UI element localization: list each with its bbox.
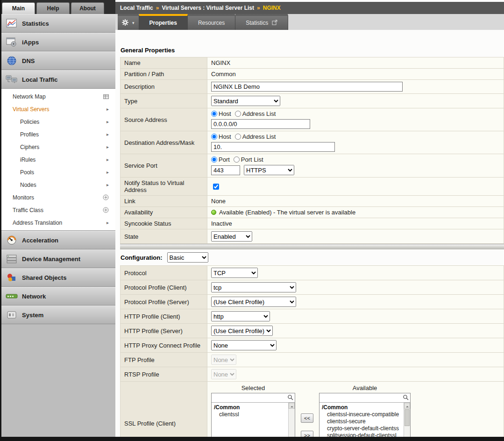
sidebar-item-monitors[interactable]: Monitors [1,191,115,204]
tab-label: Statistics [246,20,268,26]
destination-address-input[interactable] [211,142,335,152]
notify-status-checkbox[interactable] [213,184,219,190]
sidebar-item-virtual-servers[interactable]: Virtual Servers ▸ [1,103,115,115]
http-profile-server-select[interactable]: (Use Client Profile) [211,326,273,336]
sidebar-item-acceleration[interactable]: Acceleration [1,231,115,249]
move-to-available-button[interactable]: >> [301,431,313,437]
scrollbar[interactable] [288,403,295,437]
submenu-label: Policies [20,119,39,125]
available-column: Available [319,384,411,437]
http-profile-server-label: HTTP Profile (Server) [121,324,207,338]
configuration-mode-select[interactable]: Basic [167,252,208,263]
notify-status-label: Notify Status to Virtual Address [121,178,207,196]
availability-value: Available (Enabled) - The virtual server… [219,209,355,216]
protocol-select[interactable]: TCP [211,268,258,278]
http-profile-client-select[interactable]: http [211,311,270,321]
sidebar-item-nodes[interactable]: Nodes ▸ [1,178,115,191]
shared-objects-icon [5,272,18,283]
protocol-profile-server-select[interactable]: (Use Client Profile) [211,297,296,307]
description-label: Description [121,80,207,94]
submenu-label: Ciphers [20,144,39,150]
sidebar-item-label: Acceleration [22,237,58,244]
type-select[interactable]: Standard [211,96,280,106]
network-icon [5,292,18,301]
breadcrumb-middle[interactable]: Virtual Servers : Virtual Server List [162,5,254,11]
available-header: Available [319,384,411,391]
sidebar-item-device-management[interactable]: Device Management [1,249,115,268]
section-divider [120,244,504,249]
circle-plus-icon[interactable] [103,207,109,213]
list-item[interactable]: clientssl-secure [322,418,403,425]
general-properties-table: Name NGINX Partition / Path Common Descr… [120,57,504,244]
breadcrumb-root[interactable]: Local Traffic [120,5,153,11]
tab-resources[interactable]: Resources [188,14,235,30]
scroll-up-icon[interactable] [289,403,295,409]
row-partition: Partition / Path Common [121,69,504,80]
tab-help[interactable]: Help [36,2,70,14]
tab-options-gear[interactable]: ▾ [118,14,139,30]
sidebar: Statistics iApps DNS Local Traffic [1,14,115,324]
sidebar-item-network-map[interactable]: Network Map [1,90,115,103]
move-to-selected-button[interactable]: << [301,413,313,423]
sidebar-item-local-traffic[interactable]: Local Traffic [1,70,115,89]
tab-label: Resources [198,20,225,26]
state-label: State [121,229,207,244]
sidebar-item-label: Local Traffic [22,76,58,83]
sidebar-item-statistics[interactable]: Statistics [1,14,115,33]
tab-statistics[interactable]: Statistics [235,14,288,30]
row-syncookie: Syncookie Status Inactive [121,218,504,229]
service-port-select[interactable]: HTTPS [244,165,294,175]
network-map-action-icon[interactable] [103,94,109,99]
destination-address-label: Destination Address/Mask [121,131,207,154]
service-port-input[interactable] [211,165,240,175]
state-select[interactable]: Enabled [211,231,252,242]
sidebar-item-label: System [22,312,43,319]
source-address-input[interactable] [211,119,310,129]
scroll-track[interactable] [404,409,410,437]
sidebar-item-iapps[interactable]: iApps [1,33,115,51]
sidebar-item-network[interactable]: Network [1,287,115,306]
tab-about[interactable]: About [71,2,104,14]
breadcrumb-current: NGINX [263,5,281,11]
row-ssl-profile-client: SSL Profile (Client) Selected [121,382,504,438]
protocol-profile-client-select[interactable]: tcp [211,282,296,292]
list-item[interactable]: clientssl-insecure-compatible [322,411,403,418]
available-list[interactable]: /Common clientssl-insecure-compatible cl… [319,403,404,437]
sidebar-item-irules[interactable]: iRules ▸ [1,153,115,166]
source-address-list-radio[interactable] [235,111,241,117]
scroll-up-icon[interactable] [404,403,410,409]
selected-list[interactable]: /Common clientssl [212,403,288,437]
breadcrumb: Local Traffic » Virtual Servers : Virtua… [115,2,504,14]
tab-properties[interactable]: Properties [139,14,188,30]
sidebar-item-dns[interactable]: DNS [1,51,115,70]
list-item[interactable]: crypto-server-default-clientss [322,425,403,432]
source-host-radio[interactable] [211,111,217,117]
sidebar-item-address-translation[interactable]: Address Translation ▸ [1,216,115,229]
port-list-radio[interactable] [234,156,240,163]
sidebar-item-policies[interactable]: Policies ▸ [1,115,115,128]
sidebar-item-system[interactable]: System [1,306,115,324]
selected-search-input[interactable] [212,394,287,402]
sidebar-item-shared-objects[interactable]: Shared Objects [1,268,115,287]
ssl-profile-client-label: SSL Profile (Client) [121,382,207,438]
scroll-track[interactable] [289,409,295,437]
partition-value: Common [207,69,504,80]
sidebar-item-traffic-class[interactable]: Traffic Class [1,204,115,216]
http-proxy-connect-select[interactable]: None [211,340,277,350]
list-item[interactable]: clientssl [214,411,287,418]
sidebar-item-ciphers[interactable]: Ciphers ▸ [1,141,115,153]
sidebar-item-pools[interactable]: Pools ▸ [1,166,115,178]
port-radio[interactable] [211,156,217,163]
selected-column: Selected [211,384,295,437]
destination-host-radio[interactable] [211,134,217,140]
destination-address-list-radio[interactable] [235,134,241,140]
available-search-input[interactable] [319,394,403,402]
scrollbar[interactable] [404,403,410,437]
tab-main[interactable]: Main [2,2,35,14]
circle-plus-icon[interactable] [103,194,109,200]
description-input[interactable] [211,82,403,92]
dns-globe-icon [5,56,18,66]
sidebar-item-profiles[interactable]: Profiles ▸ [1,128,115,141]
scroll-thumb[interactable] [405,409,410,426]
sidebar-item-label: DNS [22,57,35,64]
